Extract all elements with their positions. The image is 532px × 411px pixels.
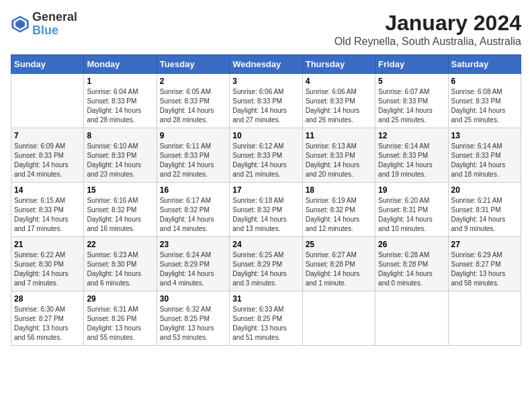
day-number: 18 — [306, 185, 372, 195]
calendar-week-row: 14Sunrise: 6:15 AM Sunset: 8:33 PM Dayli… — [11, 183, 521, 237]
logo: General Blue — [11, 11, 77, 38]
day-detail: Sunrise: 6:24 AM Sunset: 8:29 PM Dayligh… — [160, 250, 226, 288]
day-detail: Sunrise: 6:25 AM Sunset: 8:29 PM Dayligh… — [232, 250, 299, 288]
day-detail: Sunrise: 6:12 AM Sunset: 8:33 PM Dayligh… — [232, 142, 299, 179]
day-number: 19 — [378, 185, 445, 195]
calendar-week-row: 28Sunrise: 6:30 AM Sunset: 8:27 PM Dayli… — [11, 291, 521, 346]
day-detail: Sunrise: 6:09 AM Sunset: 8:33 PM Dayligh… — [14, 142, 81, 179]
day-detail: Sunrise: 6:30 AM Sunset: 8:27 PM Dayligh… — [14, 305, 81, 342]
day-of-week-header: Saturday — [448, 55, 521, 74]
calendar-day-cell: 27Sunrise: 6:29 AM Sunset: 8:27 PM Dayli… — [448, 237, 521, 291]
day-number: 29 — [87, 294, 153, 304]
calendar-day-cell: 17Sunrise: 6:18 AM Sunset: 8:32 PM Dayli… — [230, 183, 302, 237]
calendar-title: January 2024 — [335, 11, 521, 36]
day-detail: Sunrise: 6:17 AM Sunset: 8:32 PM Dayligh… — [160, 196, 226, 234]
day-detail: Sunrise: 6:28 AM Sunset: 8:28 PM Dayligh… — [378, 250, 445, 288]
day-number: 16 — [160, 185, 226, 195]
day-detail: Sunrise: 6:31 AM Sunset: 8:26 PM Dayligh… — [87, 305, 153, 342]
day-number: 23 — [160, 240, 226, 249]
calendar-header: SundayMondayTuesdayWednesdayThursdayFrid… — [11, 55, 521, 74]
page-header: General Blue January 2024 Old Reynella, … — [11, 11, 521, 48]
day-of-week-header: Wednesday — [230, 55, 302, 74]
day-number: 28 — [14, 294, 81, 304]
day-detail: Sunrise: 6:21 AM Sunset: 8:31 PM Dayligh… — [451, 196, 518, 234]
day-number: 25 — [306, 240, 372, 249]
calendar-day-cell: 21Sunrise: 6:22 AM Sunset: 8:30 PM Dayli… — [11, 237, 84, 291]
day-detail: Sunrise: 6:23 AM Sunset: 8:30 PM Dayligh… — [87, 250, 153, 288]
calendar-day-cell: 23Sunrise: 6:24 AM Sunset: 8:29 PM Dayli… — [157, 237, 229, 291]
day-number: 22 — [87, 240, 153, 249]
calendar-day-cell: 26Sunrise: 6:28 AM Sunset: 8:28 PM Dayli… — [375, 237, 448, 291]
calendar-day-cell: 20Sunrise: 6:21 AM Sunset: 8:31 PM Dayli… — [448, 183, 521, 237]
calendar-day-cell: 16Sunrise: 6:17 AM Sunset: 8:32 PM Dayli… — [157, 183, 229, 237]
calendar-day-cell: 11Sunrise: 6:13 AM Sunset: 8:33 PM Dayli… — [302, 128, 375, 183]
calendar-week-row: 21Sunrise: 6:22 AM Sunset: 8:30 PM Dayli… — [11, 237, 521, 291]
day-detail: Sunrise: 6:19 AM Sunset: 8:32 PM Dayligh… — [306, 196, 372, 234]
calendar-day-cell: 4Sunrise: 6:06 AM Sunset: 8:33 PM Daylig… — [302, 74, 375, 128]
title-block: January 2024 Old Reynella, South Austral… — [335, 11, 521, 48]
day-detail: Sunrise: 6:27 AM Sunset: 8:28 PM Dayligh… — [306, 250, 372, 288]
day-number: 7 — [14, 131, 81, 140]
calendar-subtitle: Old Reynella, South Australia, Australia — [335, 36, 521, 48]
calendar-day-cell: 2Sunrise: 6:05 AM Sunset: 8:33 PM Daylig… — [157, 74, 229, 128]
calendar-day-cell — [11, 74, 84, 128]
day-detail: Sunrise: 6:11 AM Sunset: 8:33 PM Dayligh… — [160, 142, 226, 179]
calendar-day-cell: 15Sunrise: 6:16 AM Sunset: 8:32 PM Dayli… — [84, 183, 157, 237]
day-number: 1 — [87, 77, 153, 86]
day-detail: Sunrise: 6:06 AM Sunset: 8:33 PM Dayligh… — [232, 87, 299, 125]
day-detail: Sunrise: 6:20 AM Sunset: 8:31 PM Dayligh… — [378, 196, 445, 234]
calendar-day-cell — [375, 291, 448, 346]
day-number: 8 — [87, 131, 153, 140]
day-detail: Sunrise: 6:22 AM Sunset: 8:30 PM Dayligh… — [14, 250, 81, 288]
day-number: 24 — [232, 240, 299, 249]
calendar-day-cell — [448, 291, 521, 346]
day-number: 5 — [378, 77, 445, 86]
calendar-day-cell: 3Sunrise: 6:06 AM Sunset: 8:33 PM Daylig… — [230, 74, 302, 128]
day-detail: Sunrise: 6:33 AM Sunset: 8:25 PM Dayligh… — [232, 305, 299, 342]
calendar-day-cell: 31Sunrise: 6:33 AM Sunset: 8:25 PM Dayli… — [230, 291, 302, 346]
day-number: 26 — [378, 240, 445, 249]
calendar-day-cell: 12Sunrise: 6:14 AM Sunset: 8:33 PM Dayli… — [375, 128, 448, 183]
calendar-day-cell: 8Sunrise: 6:10 AM Sunset: 8:33 PM Daylig… — [84, 128, 157, 183]
day-detail: Sunrise: 6:13 AM Sunset: 8:33 PM Dayligh… — [306, 142, 372, 179]
day-number: 30 — [160, 294, 226, 304]
day-number: 2 — [160, 77, 226, 86]
day-detail: Sunrise: 6:18 AM Sunset: 8:32 PM Dayligh… — [232, 196, 299, 234]
day-number: 15 — [87, 185, 153, 195]
day-of-week-header: Tuesday — [157, 55, 229, 74]
calendar-day-cell: 22Sunrise: 6:23 AM Sunset: 8:30 PM Dayli… — [84, 237, 157, 291]
day-detail: Sunrise: 6:05 AM Sunset: 8:33 PM Dayligh… — [160, 87, 226, 125]
logo-line2: Blue — [32, 24, 77, 38]
day-number: 12 — [378, 131, 445, 140]
calendar-day-cell: 18Sunrise: 6:19 AM Sunset: 8:32 PM Dayli… — [302, 183, 375, 237]
day-number: 9 — [160, 131, 226, 140]
calendar-day-cell — [302, 291, 375, 346]
day-detail: Sunrise: 6:14 AM Sunset: 8:33 PM Dayligh… — [378, 142, 445, 179]
day-number: 20 — [451, 185, 518, 195]
calendar-day-cell: 29Sunrise: 6:31 AM Sunset: 8:26 PM Dayli… — [84, 291, 157, 346]
day-detail: Sunrise: 6:29 AM Sunset: 8:27 PM Dayligh… — [451, 250, 518, 288]
day-of-week-header: Thursday — [302, 55, 375, 74]
calendar-day-cell: 14Sunrise: 6:15 AM Sunset: 8:33 PM Dayli… — [11, 183, 84, 237]
day-detail: Sunrise: 6:14 AM Sunset: 8:33 PM Dayligh… — [451, 142, 518, 179]
calendar-day-cell: 7Sunrise: 6:09 AM Sunset: 8:33 PM Daylig… — [11, 128, 84, 183]
day-number: 14 — [14, 185, 81, 195]
logo-line1: General — [32, 11, 77, 24]
calendar-day-cell: 13Sunrise: 6:14 AM Sunset: 8:33 PM Dayli… — [448, 128, 521, 183]
day-number: 10 — [232, 131, 299, 140]
day-detail: Sunrise: 6:07 AM Sunset: 8:33 PM Dayligh… — [378, 87, 445, 125]
calendar-day-cell: 25Sunrise: 6:27 AM Sunset: 8:28 PM Dayli… — [302, 237, 375, 291]
day-number: 3 — [232, 77, 299, 86]
day-detail: Sunrise: 6:06 AM Sunset: 8:33 PM Dayligh… — [306, 87, 372, 125]
day-number: 11 — [306, 131, 372, 140]
day-number: 13 — [451, 131, 518, 140]
day-detail: Sunrise: 6:10 AM Sunset: 8:33 PM Dayligh… — [87, 142, 153, 179]
calendar-week-row: 1Sunrise: 6:04 AM Sunset: 8:33 PM Daylig… — [11, 74, 521, 128]
calendar-week-row: 7Sunrise: 6:09 AM Sunset: 8:33 PM Daylig… — [11, 128, 521, 183]
calendar-day-cell: 9Sunrise: 6:11 AM Sunset: 8:33 PM Daylig… — [157, 128, 229, 183]
calendar-day-cell: 28Sunrise: 6:30 AM Sunset: 8:27 PM Dayli… — [11, 291, 84, 346]
calendar-day-cell: 6Sunrise: 6:08 AM Sunset: 8:33 PM Daylig… — [448, 74, 521, 128]
day-detail: Sunrise: 6:32 AM Sunset: 8:25 PM Dayligh… — [160, 305, 226, 342]
day-number: 31 — [232, 294, 299, 304]
day-detail: Sunrise: 6:15 AM Sunset: 8:33 PM Dayligh… — [14, 196, 81, 234]
